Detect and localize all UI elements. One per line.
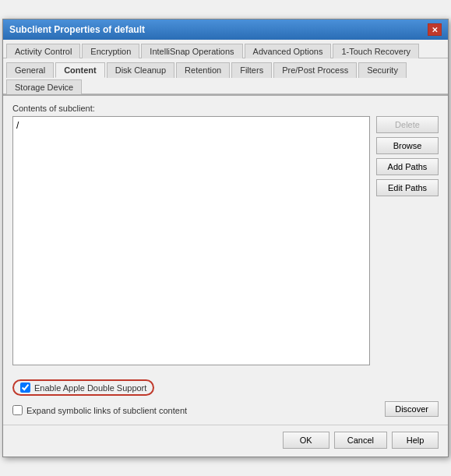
- bottom-section: Enable Apple Double Support Expand symbo…: [3, 379, 448, 421]
- tab-advanced-options[interactable]: Advanced Options: [245, 44, 332, 58]
- delete-button[interactable]: Delete: [376, 116, 439, 133]
- tab-content-area: Contents of subclient: / Delete Browse A…: [3, 96, 448, 373]
- tab-activity-control[interactable]: Activity Control: [6, 44, 80, 58]
- add-paths-button[interactable]: Add Paths: [376, 158, 439, 175]
- apple-double-highlight: Enable Apple Double Support: [12, 379, 154, 396]
- main-panel: / Delete Browse Add Paths Edit Paths: [12, 116, 439, 365]
- apple-double-checkbox[interactable]: [20, 383, 30, 393]
- browse-button[interactable]: Browse: [376, 137, 439, 154]
- apple-double-row: Enable Apple Double Support: [12, 379, 439, 396]
- symbolic-links-row: Expand symbolic links of subclient conte…: [12, 405, 187, 415]
- tab-row-2: General Content Disk Cleanup Retention F…: [3, 58, 448, 94]
- edit-paths-button[interactable]: Edit Paths: [376, 179, 439, 196]
- footer: OK Cancel Help: [3, 425, 448, 457]
- tab-storage-device[interactable]: Storage Device: [6, 79, 82, 94]
- footer-buttons: OK Cancel Help: [283, 432, 439, 449]
- dialog-window: Subclient Properties of default ✕ Activi…: [2, 19, 449, 457]
- dialog-title: Subclient Properties of default: [9, 24, 145, 35]
- help-button[interactable]: Help: [392, 432, 439, 449]
- tab-pre-post[interactable]: Pre/Post Process: [273, 62, 357, 78]
- tab-security[interactable]: Security: [358, 62, 407, 78]
- tab-disk-cleanup[interactable]: Disk Cleanup: [107, 62, 174, 78]
- title-bar: Subclient Properties of default ✕: [3, 19, 448, 40]
- tab-rows: Activity Control Encryption IntelliSnap …: [3, 40, 448, 96]
- symbolic-links-checkbox[interactable]: [12, 405, 23, 415]
- action-buttons: Delete Browse Add Paths Edit Paths: [376, 116, 439, 365]
- cancel-button[interactable]: Cancel: [334, 432, 387, 449]
- apple-double-label[interactable]: Enable Apple Double Support: [34, 383, 146, 393]
- tab-general[interactable]: General: [6, 62, 54, 78]
- symbolic-links-label[interactable]: Expand symbolic links of subclient conte…: [26, 406, 187, 415]
- ok-button[interactable]: OK: [283, 432, 329, 449]
- tab-row-1: Activity Control Encryption IntelliSnap …: [3, 40, 448, 58]
- tab-intellisnap[interactable]: IntelliSnap Operations: [141, 44, 242, 58]
- content-list[interactable]: /: [12, 116, 370, 365]
- contents-label: Contents of subclient:: [12, 104, 439, 113]
- tab-1touch[interactable]: 1-Touch Recovery: [333, 44, 419, 58]
- tab-encryption[interactable]: Encryption: [82, 44, 139, 58]
- close-button[interactable]: ✕: [428, 23, 442, 36]
- discover-button[interactable]: Discover: [385, 401, 439, 417]
- tab-retention[interactable]: Retention: [176, 62, 230, 78]
- tab-filters[interactable]: Filters: [231, 62, 272, 78]
- tab-content[interactable]: Content: [55, 62, 105, 78]
- content-path: /: [16, 120, 19, 131]
